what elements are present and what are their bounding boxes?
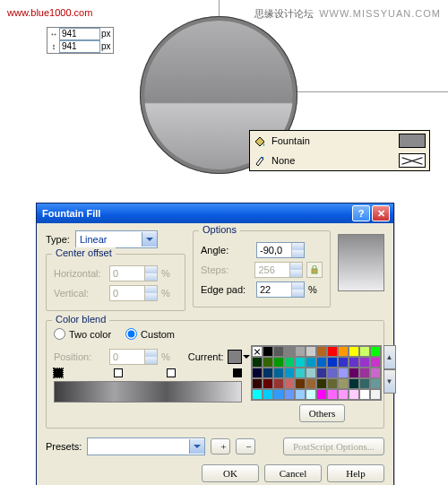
edge-pad-label: Edge pad:: [201, 284, 253, 295]
palette-cell[interactable]: [273, 357, 284, 368]
palette-cell[interactable]: [327, 389, 338, 400]
options-title: Options: [199, 224, 240, 235]
palette-cell[interactable]: [284, 346, 295, 357]
custom-radio[interactable]: Custom: [125, 328, 175, 340]
palette-cell[interactable]: [306, 378, 316, 389]
gradient-stop[interactable]: [233, 368, 242, 377]
angle-spinner[interactable]: -90,0: [256, 242, 305, 258]
palette-cell[interactable]: [349, 378, 359, 389]
palette-cell[interactable]: [370, 357, 381, 368]
gradient-bar[interactable]: [54, 381, 242, 403]
palette-cell[interactable]: [327, 346, 338, 357]
palette-cell[interactable]: [306, 389, 316, 400]
palette-cell[interactable]: [316, 357, 327, 368]
palette-cell[interactable]: [263, 357, 273, 368]
obj-width-unit: px: [101, 29, 111, 39]
palette-cell[interactable]: [295, 378, 306, 389]
palette-cell[interactable]: [252, 357, 263, 368]
fill-type-label: Fountain: [271, 135, 310, 146]
palette-cell[interactable]: [349, 368, 359, 378]
palette-cell[interactable]: [295, 357, 306, 368]
palette-cell[interactable]: [263, 368, 273, 378]
palette-cell[interactable]: [295, 389, 306, 400]
palette-cell[interactable]: [295, 346, 306, 357]
palette-cell[interactable]: [370, 389, 381, 400]
palette-cell[interactable]: [252, 378, 263, 389]
palette-cell[interactable]: [359, 368, 370, 378]
palette-cell[interactable]: [349, 357, 359, 368]
palette-cell[interactable]: [284, 378, 295, 389]
palette-cell[interactable]: [338, 346, 349, 357]
palette-cell[interactable]: [273, 346, 284, 357]
palette-cell[interactable]: [359, 389, 370, 400]
palette-cell[interactable]: [273, 389, 284, 400]
palette-cell[interactable]: [306, 357, 316, 368]
palette-cell[interactable]: [327, 357, 338, 368]
palette-cell[interactable]: [306, 346, 316, 357]
edge-pad-spinner[interactable]: 22: [256, 281, 305, 298]
type-combo[interactable]: Linear: [75, 230, 158, 248]
palette-cell[interactable]: [306, 368, 316, 378]
palette-cell[interactable]: [284, 368, 295, 378]
palette-cell[interactable]: [273, 378, 284, 389]
dialog-titlebar[interactable]: Fountain Fill ? ✕: [37, 204, 393, 223]
edge-pad-unit: %: [308, 284, 317, 295]
palette-cell[interactable]: [252, 389, 263, 400]
palette-cell[interactable]: [370, 368, 381, 378]
gradient-stop[interactable]: [114, 368, 123, 377]
palette-scroll[interactable]: ▲▼: [383, 345, 396, 401]
palette-cell[interactable]: [316, 378, 327, 389]
palette-cell[interactable]: [338, 389, 349, 400]
guide-vertical: [219, 0, 220, 18]
palette-cell[interactable]: [252, 346, 263, 357]
fill-outline-tooltip: Fountain None: [249, 130, 430, 171]
ok-button[interactable]: OK: [202, 464, 259, 482]
palette-cell[interactable]: [370, 346, 381, 357]
preset-remove-button[interactable]: −: [236, 438, 255, 455]
gradient-preview[interactable]: [338, 234, 384, 291]
chevron-down-icon: [142, 232, 157, 247]
palette-cell[interactable]: [263, 346, 273, 357]
lock-icon[interactable]: [306, 262, 323, 278]
palette-cell[interactable]: [316, 368, 327, 378]
preset-add-button[interactable]: +: [211, 438, 230, 455]
current-color-swatch[interactable]: [228, 350, 242, 364]
gradient-editor[interactable]: [54, 368, 242, 403]
color-palette[interactable]: [251, 345, 382, 401]
cancel-button[interactable]: Cancel: [264, 464, 322, 482]
palette-cell[interactable]: [338, 378, 349, 389]
titlebar-help-button[interactable]: ?: [352, 205, 370, 221]
palette-cell[interactable]: [316, 346, 327, 357]
vertical-label: Vertical:: [54, 288, 106, 299]
palette-cell[interactable]: [252, 368, 263, 378]
palette-cell[interactable]: [316, 389, 327, 400]
palette-cell[interactable]: [273, 368, 284, 378]
palette-cell[interactable]: [359, 346, 370, 357]
palette-cell[interactable]: [338, 368, 349, 378]
palette-cell[interactable]: [370, 378, 381, 389]
help-button[interactable]: Help: [327, 464, 384, 482]
palette-cell[interactable]: [338, 357, 349, 368]
presets-label: Presets:: [46, 441, 82, 452]
palette-cell[interactable]: [359, 378, 370, 389]
palette-cell[interactable]: [327, 378, 338, 389]
palette-cell[interactable]: [284, 389, 295, 400]
two-color-radio[interactable]: Two color: [54, 328, 111, 340]
vertical-spinner: 0: [109, 285, 158, 301]
palette-cell[interactable]: [295, 368, 306, 378]
palette-cell[interactable]: [284, 357, 295, 368]
palette-cell[interactable]: [263, 378, 273, 389]
outline-type-label: None: [271, 155, 295, 166]
palette-cell[interactable]: [349, 389, 359, 400]
chevron-down-icon: [189, 439, 204, 454]
gradient-stop[interactable]: [167, 368, 176, 377]
palette-cell[interactable]: [359, 357, 370, 368]
presets-combo[interactable]: [87, 437, 205, 455]
others-button[interactable]: Others: [299, 404, 345, 422]
center-offset-group: Center offset Horizontal: 0 % Vertical: …: [46, 254, 185, 311]
palette-cell[interactable]: [263, 389, 273, 400]
palette-cell[interactable]: [349, 346, 359, 357]
palette-cell[interactable]: [327, 368, 338, 378]
gradient-stop[interactable]: [54, 368, 63, 377]
titlebar-close-button[interactable]: ✕: [372, 205, 390, 221]
